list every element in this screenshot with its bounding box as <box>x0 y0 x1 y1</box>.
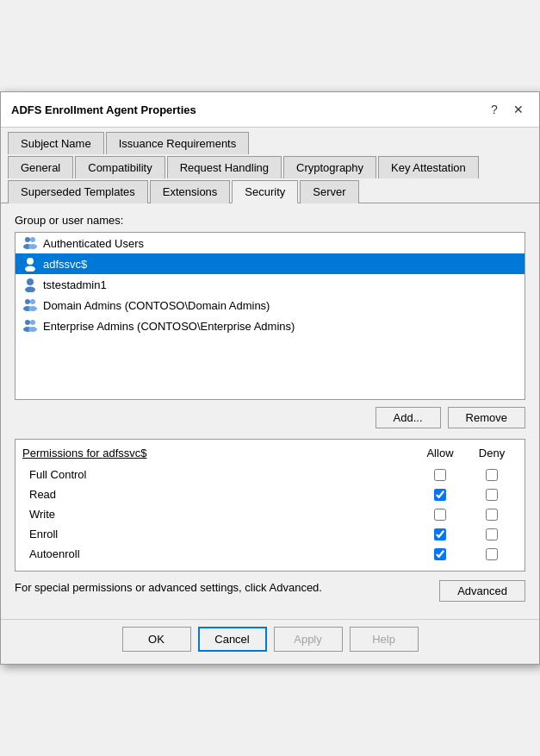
allow-header: Allow <box>414 447 466 459</box>
svg-point-10 <box>30 299 35 304</box>
permissions-section: Permissions for adfssvc$ Allow Deny Full… <box>15 439 525 572</box>
checkbox-allow-read[interactable] <box>434 489 446 501</box>
title-bar: ADFS Enrollment Agent Properties ? ✕ <box>1 92 539 128</box>
tab-key-attestation[interactable]: Key Attestation <box>378 156 479 178</box>
close-button[interactable]: ✕ <box>508 99 529 120</box>
user-item-enterprise-admins[interactable]: Enterprise Admins (CONTOSO\Enterprise Ad… <box>16 316 524 336</box>
perm-name-full-control: Full Control <box>22 468 414 481</box>
group-icon-2 <box>22 297 38 313</box>
perm-deny-write[interactable] <box>466 509 518 521</box>
deny-header: Deny <box>466 447 518 459</box>
perm-row-write: Write <box>22 504 518 524</box>
perm-deny-full-control[interactable] <box>466 469 518 481</box>
perm-name-read: Read <box>22 488 414 501</box>
advanced-text: For special permissions or advanced sett… <box>15 580 429 596</box>
svg-point-14 <box>30 320 35 325</box>
user-name-enterprise-admins: Enterprise Admins (CONTOSO\Enterprise Ad… <box>43 320 295 333</box>
svg-point-0 <box>25 237 30 242</box>
perm-allow-enroll[interactable] <box>414 528 466 540</box>
group-icon-3 <box>22 318 38 334</box>
checkbox-deny-autoenroll[interactable] <box>486 548 498 560</box>
svg-point-4 <box>27 258 34 265</box>
users-section-label: Group or user names: <box>15 214 525 227</box>
ok-button[interactable]: OK <box>122 627 191 652</box>
svg-point-11 <box>28 306 37 311</box>
user-icon-2 <box>22 277 38 292</box>
remove-button[interactable]: Remove <box>448 407 525 428</box>
help-button[interactable]: ? <box>484 99 505 120</box>
perm-row-autoenroll: Autoenroll <box>22 544 518 564</box>
advanced-row: For special permissions or advanced sett… <box>15 580 525 602</box>
checkbox-allow-full-control[interactable] <box>434 469 446 481</box>
user-icon <box>22 256 38 272</box>
user-name-adfssvc: adfssvc$ <box>43 258 87 271</box>
tabs-row1: Subject Name Issuance Requirements Gener… <box>1 128 539 203</box>
user-item-adfssvc[interactable]: adfssvc$ <box>16 253 524 274</box>
perm-allow-autoenroll[interactable] <box>414 548 466 560</box>
perm-deny-enroll[interactable] <box>466 528 518 540</box>
content-area: Group or user names: Authenticated Users… <box>1 203 539 619</box>
tab-general[interactable]: General <box>8 156 73 178</box>
dialog-title: ADFS Enrollment Agent Properties <box>11 103 196 116</box>
users-list[interactable]: Authenticated Users adfssvc$ tstestadmin… <box>15 232 525 400</box>
svg-point-15 <box>28 327 37 332</box>
svg-point-2 <box>30 237 35 242</box>
permissions-header: Permissions for adfssvc$ Allow Deny <box>22 447 518 459</box>
tab-server[interactable]: Server <box>300 180 358 203</box>
checkbox-allow-enroll[interactable] <box>434 528 446 540</box>
user-name-domain-admins: Domain Admins (CONTOSO\Domain Admins) <box>43 299 270 312</box>
checkbox-allow-write[interactable] <box>434 509 446 521</box>
perm-allow-full-control[interactable] <box>414 469 466 481</box>
tab-request-handling[interactable]: Request Handling <box>167 156 282 178</box>
perm-allow-write[interactable] <box>414 509 466 521</box>
tab-issuance-requirements[interactable]: Issuance Requirements <box>106 132 250 154</box>
tab-cryptography[interactable]: Cryptography <box>283 156 376 178</box>
checkbox-deny-enroll[interactable] <box>486 528 498 540</box>
svg-point-3 <box>28 244 37 249</box>
perm-deny-read[interactable] <box>466 489 518 501</box>
perm-deny-autoenroll[interactable] <box>466 548 518 560</box>
help-footer-button[interactable]: Help <box>350 627 419 652</box>
title-bar-controls: ? ✕ <box>484 99 529 120</box>
perm-allow-read[interactable] <box>414 489 466 501</box>
checkbox-allow-autoenroll[interactable] <box>434 548 446 560</box>
footer-buttons: OK Cancel Apply Help <box>1 619 539 664</box>
perm-name-autoenroll: Autoenroll <box>22 547 414 560</box>
perm-row-read: Read <box>22 484 518 504</box>
permissions-title: Permissions for adfssvc$ <box>22 447 414 459</box>
user-item-tstestadmin1[interactable]: tstestadmin1 <box>16 274 524 295</box>
svg-point-7 <box>25 287 35 293</box>
perm-row-full-control: Full Control <box>22 465 518 484</box>
advanced-button[interactable]: Advanced <box>439 580 525 602</box>
svg-point-6 <box>27 278 34 285</box>
apply-button[interactable]: Apply <box>274 627 343 652</box>
tab-extensions[interactable]: Extensions <box>150 180 231 203</box>
tab-compatibility[interactable]: Compatibility <box>75 156 164 178</box>
user-item-authenticated-users[interactable]: Authenticated Users <box>16 233 524 253</box>
checkbox-deny-write[interactable] <box>486 509 498 521</box>
user-action-buttons: Add... Remove <box>15 407 525 428</box>
checkbox-deny-read[interactable] <box>486 489 498 501</box>
user-name-authenticated-users: Authenticated Users <box>43 237 144 250</box>
perm-name-enroll: Enroll <box>22 528 414 540</box>
svg-point-12 <box>25 320 30 325</box>
tab-superseded-templates[interactable]: Superseded Templates <box>8 180 148 203</box>
tab-subject-name[interactable]: Subject Name <box>8 132 104 154</box>
perm-name-write: Write <box>22 508 414 521</box>
svg-point-8 <box>25 299 30 304</box>
svg-point-5 <box>25 266 35 272</box>
user-item-domain-admins[interactable]: Domain Admins (CONTOSO\Domain Admins) <box>16 295 524 316</box>
group-icon <box>22 235 38 251</box>
dialog-window: ADFS Enrollment Agent Properties ? ✕ Sub… <box>0 91 540 665</box>
tab-security[interactable]: Security <box>232 180 298 203</box>
cancel-button[interactable]: Cancel <box>198 627 267 652</box>
checkbox-deny-full-control[interactable] <box>486 469 498 481</box>
perm-row-enroll: Enroll <box>22 524 518 544</box>
user-name-tstestadmin1: tstestadmin1 <box>43 278 107 291</box>
add-button[interactable]: Add... <box>376 407 441 428</box>
